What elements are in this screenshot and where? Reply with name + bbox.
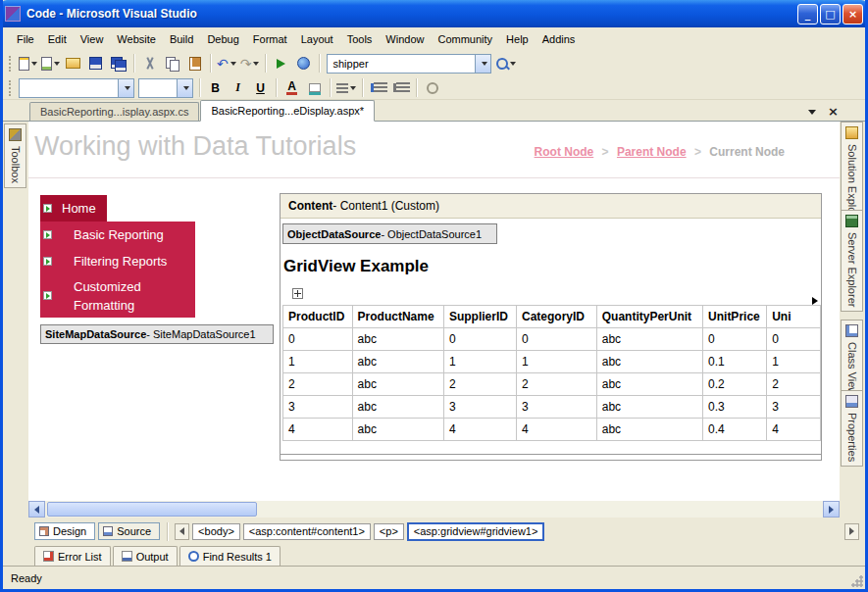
scroll-right-button[interactable]: [823, 501, 840, 518]
align-button[interactable]: [334, 77, 358, 99]
scroll-left-button[interactable]: [28, 501, 45, 518]
content-placeholder-region[interactable]: Content - Content1 (Custom) ObjectDataSo…: [280, 193, 822, 461]
menu-item-debug[interactable]: Debug: [200, 29, 245, 49]
close-document-icon[interactable]: ×: [828, 106, 839, 118]
open-file-button[interactable]: [62, 53, 84, 74]
underline-button[interactable]: U: [249, 77, 272, 99]
toolbox-tab[interactable]: Toolbox: [4, 123, 26, 188]
menu-item-format[interactable]: Format: [246, 29, 294, 49]
class-view-tab[interactable]: Class View: [841, 320, 863, 400]
hyperlink-button[interactable]: [421, 77, 443, 99]
bold-button[interactable]: B: [204, 77, 227, 99]
smart-tag-arrow-icon[interactable]: [812, 297, 818, 305]
title-bar[interactable]: Code - Microsoft Visual Studio _ □ ×: [0, 0, 868, 27]
menu-item-tools[interactable]: Tools: [340, 29, 380, 49]
menu-item-edit[interactable]: Edit: [41, 29, 74, 49]
properties-tab[interactable]: Properties: [841, 390, 863, 467]
toolbar-separator: [265, 54, 266, 73]
menu-item-view[interactable]: View: [74, 29, 111, 49]
document-tab-strip: BasicReporting...isplay.aspx.cs BasicRep…: [0, 100, 868, 122]
source-view-tab[interactable]: Source: [98, 522, 160, 540]
objectdatasource-control[interactable]: ObjectDataSource - ObjectDataSource1: [282, 223, 497, 244]
combobox-dropdown-button[interactable]: [118, 79, 133, 97]
horizontal-scrollbar[interactable]: [28, 501, 840, 518]
find-results-tab[interactable]: Find Results 1: [179, 546, 281, 566]
paste-button[interactable]: [183, 53, 206, 74]
design-view-tab[interactable]: Design: [34, 522, 95, 540]
new-project-button[interactable]: [17, 53, 39, 74]
italic-button[interactable]: I: [227, 77, 249, 99]
cut-button[interactable]: [138, 53, 161, 74]
combobox-dropdown-button[interactable]: [475, 55, 490, 73]
save-all-icon: [111, 57, 126, 71]
browse-button[interactable]: [292, 53, 315, 74]
output-tab[interactable]: Output: [113, 546, 178, 566]
breadcrumb-parent-link[interactable]: Parent Node: [617, 145, 687, 159]
tag-asp-gridview[interactable]: <asp:gridview#gridview1>: [407, 522, 545, 541]
close-button[interactable]: ×: [842, 4, 863, 25]
find-combobox-value: shipper: [328, 58, 475, 70]
design-view-label: Design: [53, 525, 86, 537]
design-surface[interactable]: Working with Data Tutorials Root Node > …: [28, 122, 840, 501]
highlight-button[interactable]: [303, 77, 326, 99]
font-name-combobox[interactable]: [19, 78, 134, 98]
minimize-button[interactable]: _: [797, 4, 818, 25]
menu-item-build[interactable]: Build: [163, 29, 200, 49]
tag-nav-left-button[interactable]: [175, 523, 189, 540]
gridview-control[interactable]: ProductID ProductName SupplierID Categor…: [282, 305, 821, 441]
server-explorer-tab[interactable]: Server Explorer: [841, 210, 863, 312]
error-list-tab[interactable]: Error List: [34, 546, 111, 566]
scrollbar-thumb[interactable]: [47, 502, 257, 517]
save-all-button[interactable]: [107, 53, 129, 74]
view-bar: Design Source <body> <asp:content#conten…: [3, 519, 865, 543]
font-color-button[interactable]: A: [281, 77, 303, 99]
menu-item-website[interactable]: Website: [110, 29, 163, 49]
copy-button[interactable]: [161, 53, 183, 74]
maximize-button[interactable]: □: [820, 4, 841, 25]
control-id-label: - SiteMapDataSource1: [146, 328, 255, 340]
numbered-list-button[interactable]: [367, 77, 389, 99]
save-button[interactable]: [84, 53, 107, 74]
doc-tab-codebehind[interactable]: BasicReporting...isplay.aspx.cs: [29, 102, 199, 121]
breadcrumb-root-link[interactable]: Root Node: [535, 145, 594, 159]
start-debug-button[interactable]: [270, 53, 292, 74]
menu-item-community[interactable]: Community: [431, 29, 499, 49]
table-cell: 0.3: [703, 396, 767, 419]
table-cell: 0: [767, 328, 821, 351]
sitemapdatasource-control[interactable]: SiteMapDataSource - SiteMapDataSource1: [40, 324, 274, 344]
toolbar-grip[interactable]: [9, 56, 13, 72]
undo-button[interactable]: ↶: [215, 53, 238, 74]
tag-nav-right-button[interactable]: [844, 523, 859, 540]
redo-button[interactable]: ↷: [238, 53, 262, 74]
font-size-combobox[interactable]: [138, 78, 193, 98]
menu-item-layout[interactable]: Layout: [294, 29, 340, 49]
table-cell: 1: [516, 351, 596, 373]
nav-item-home[interactable]: Home: [40, 195, 107, 222]
doc-tab-designer[interactable]: BasicReporting...eDisplay.aspx*: [200, 100, 375, 122]
nav-item-filtering-reports[interactable]: Filtering Reports: [40, 248, 195, 274]
nav-item-basic-reporting[interactable]: Basic Reporting: [40, 222, 195, 248]
content-region-header[interactable]: Content - Content1 (Custom): [281, 194, 821, 219]
table-row: 2 abc 2 2 abc 0.2 2: [283, 373, 821, 396]
menu-item-addins[interactable]: Addins: [536, 29, 583, 49]
table-cell: abc: [596, 373, 702, 396]
tag-body[interactable]: <body>: [192, 523, 240, 540]
menu-item-help[interactable]: Help: [499, 29, 536, 49]
menu-item-window[interactable]: Window: [379, 29, 431, 49]
tag-p[interactable]: <p>: [374, 523, 404, 540]
gridview-smart-tag-icon[interactable]: [292, 288, 303, 299]
toolbar-grip[interactable]: [9, 80, 13, 96]
resize-grip[interactable]: [850, 574, 863, 587]
menu-item-file[interactable]: File: [10, 29, 41, 49]
bullet-list-button[interactable]: [389, 77, 412, 99]
add-item-button[interactable]: [39, 53, 62, 74]
active-files-dropdown-icon[interactable]: [808, 110, 816, 115]
tag-asp-content[interactable]: <asp:content#content1>: [243, 523, 371, 540]
table-cell: 0: [283, 328, 353, 351]
find-combobox[interactable]: shipper: [327, 54, 491, 74]
find-in-files-button[interactable]: [494, 53, 518, 74]
server-explorer-label: Server Explorer: [846, 232, 858, 307]
nav-item-customized-formatting[interactable]: Customized Formatting: [40, 274, 195, 318]
breadcrumb-current: Current Node: [709, 145, 785, 159]
combobox-dropdown-button[interactable]: [177, 79, 192, 97]
